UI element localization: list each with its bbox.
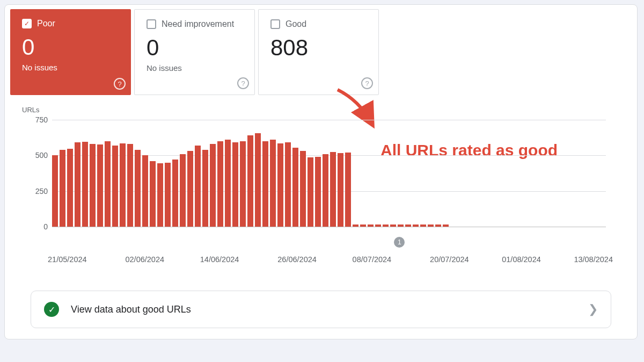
tab-value: 808 [270,37,367,59]
chart-bar [210,144,216,227]
chart-bar [428,225,434,227]
y-axis-label: URLs [22,106,621,114]
chart-bar [247,135,253,227]
chart-bar [225,140,231,227]
tab-label: Poor [37,19,55,28]
checkbox-empty-icon [270,19,280,29]
chart-bar [232,142,238,227]
chart-bar [330,152,336,227]
chart-bar [383,225,389,227]
x-tick: 26/06/2024 [277,255,317,264]
tab-subtext: No issues [22,63,119,72]
chart-bar [202,150,208,227]
chart-bar [405,225,411,227]
chart-bar [90,144,96,227]
help-icon[interactable]: ? [237,77,249,89]
chart-bar [270,140,276,227]
chart-bar [187,151,193,227]
tab-label: Need improvement [162,19,234,29]
chart-bars [52,120,449,227]
chart-bar [345,153,351,227]
check-circle-icon: ✓ [44,302,59,317]
help-icon[interactable]: ? [114,78,126,90]
x-tick: 13/08/2024 [574,255,613,264]
chart-bar [112,146,118,227]
tab-poor[interactable]: ✓ Poor 0 No issues ? [10,9,131,95]
chart-bar [353,225,358,227]
chart-bar [60,150,65,227]
status-tabs: ✓ Poor 0 No issues ? Need improvement 0 … [10,9,637,95]
chart-bar [323,154,328,227]
chart-bar [135,150,141,227]
event-marker-badge[interactable]: 1 [394,237,405,248]
chart-bar [180,154,186,227]
chart-bar [368,225,374,227]
x-tick: 21/05/2024 [48,255,87,264]
chart-bar [127,144,133,227]
chart-bar [195,146,201,227]
chart-bar [277,143,283,227]
chart-bar [157,163,163,227]
chart-bar [105,141,111,227]
tab-subtext: No issues [147,63,243,73]
chart-bar [165,163,171,227]
chart-bar [300,151,306,227]
chart-bar [262,141,268,227]
tab-need-improvement[interactable]: Need improvement 0 No issues ? [134,9,255,95]
chart-bar [240,141,246,227]
chart-bar [360,225,366,227]
x-tick: 02/06/2024 [125,255,164,264]
chart-bar [150,161,156,227]
chart-bar [443,225,449,227]
chart-bar [390,225,396,227]
chart-bar [75,142,80,227]
chart-bar [285,142,291,227]
chart-bar [413,225,419,227]
chart-bar [217,141,223,227]
chart-bar [255,133,261,227]
tab-good[interactable]: Good 808 ? [258,9,379,95]
chart-bar [435,225,441,227]
chart-bar [338,153,343,227]
x-tick: 08/07/2024 [353,255,392,264]
chart-bar [52,155,58,227]
chart-bar [398,225,404,227]
checkbox-empty-icon [147,19,156,29]
chart-bar [420,225,426,227]
chart-bar [315,157,321,227]
chart-bar [172,160,178,227]
chart-bar [142,155,148,227]
y-tick: 750 [26,115,48,124]
view-good-urls-button[interactable]: ✓ View data about good URLs ❯ [31,291,611,328]
y-tick: 250 [26,187,48,196]
tab-label: Good [286,19,306,29]
checkbox-checked-icon: ✓ [22,19,32,28]
y-tick: 0 [26,222,48,231]
chart-bar [82,142,88,227]
chart-bar [67,149,73,227]
core-web-vitals-panel: ✓ Poor 0 No issues ? Need improvement 0 … [4,4,638,339]
help-icon[interactable]: ? [361,77,373,89]
tab-value: 0 [147,37,243,59]
chart-plot: 750 500 250 0 [52,120,606,227]
chart-bar [97,144,103,227]
x-tick: 20/07/2024 [430,255,469,264]
tab-value: 0 [22,36,119,59]
chevron-right-icon: ❯ [588,302,598,316]
good-urls-label: View data about good URLs [71,304,191,315]
x-tick: 01/08/2024 [502,255,541,264]
chart-bar [308,157,313,227]
chart-bar [120,143,126,227]
chart-area: URLs All URLs rated as good 750 500 250 … [16,106,621,278]
chart-bar [292,148,298,227]
x-tick: 14/06/2024 [200,255,239,264]
y-tick: 500 [26,151,48,160]
chart-bar [375,225,381,227]
